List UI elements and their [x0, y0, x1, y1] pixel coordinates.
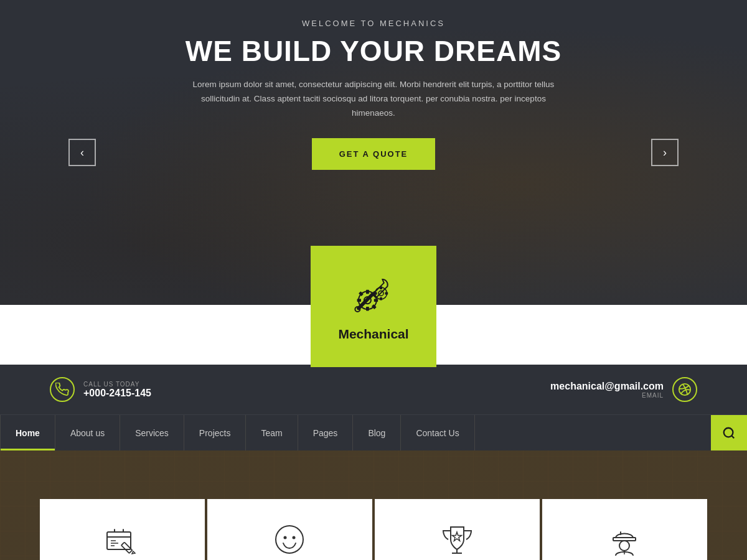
phone-icon-wrap	[50, 377, 75, 402]
staff-icon	[604, 520, 645, 560]
next-slide-button[interactable]: ›	[651, 139, 679, 166]
contact-bar: CALL US TODAY +000-2415-145 mechanical@g…	[0, 365, 747, 414]
search-icon	[722, 426, 736, 440]
chevron-left-icon: ‹	[80, 146, 84, 159]
call-label: CALL US TODAY	[83, 381, 151, 388]
stat-card-clients: 1600+ Happy Clients	[207, 499, 372, 560]
hero-description: Lorem ipsum dolor sit amet, consectetur …	[187, 78, 560, 121]
navbar: Home About us Services Projects Team Pag…	[0, 414, 747, 450]
chevron-right-icon: ›	[663, 146, 667, 159]
svg-rect-14	[380, 286, 382, 289]
stats-section: 2000+ Project Completed 1600+ Happy Clie…	[0, 450, 747, 560]
happy-client-icon	[270, 520, 310, 560]
nav-item-blog[interactable]: Blog	[353, 415, 401, 450]
nav-item-services[interactable]: Services	[120, 415, 184, 450]
nav-items: Home About us Services Projects Team Pag…	[0, 415, 711, 450]
email-icon	[678, 383, 692, 396]
svg-rect-4	[366, 289, 369, 293]
svg-point-30	[293, 536, 296, 539]
stat-icon-projects	[101, 518, 144, 560]
mechanical-icon	[349, 272, 398, 322]
svg-rect-5	[366, 307, 369, 310]
stat-icon-staff	[603, 518, 647, 560]
mechanical-card: Mechanical	[311, 246, 436, 367]
email-address: mechanical@gmail.com	[550, 381, 664, 391]
search-button[interactable]	[711, 415, 747, 450]
hero-content: WELCOME TO MECHANICS WE BUILD YOUR DREAM…	[173, 19, 574, 170]
svg-point-34	[619, 541, 629, 551]
svg-rect-6	[357, 299, 361, 302]
email-label: Email	[550, 392, 664, 399]
project-icon	[102, 520, 143, 560]
nav-item-home[interactable]: Home	[0, 415, 55, 450]
mechanical-label: Mechanical	[338, 327, 408, 342]
nav-item-team[interactable]: Team	[246, 415, 298, 450]
stat-icon-awards	[436, 518, 479, 560]
nav-item-contact[interactable]: Contact Us	[401, 415, 474, 450]
svg-rect-20	[107, 532, 131, 549]
hero-title: WE BUILD YOUR DREAMS	[186, 34, 561, 68]
phone-number: +000-2415-145	[83, 388, 151, 398]
email-icon-wrap	[672, 377, 697, 402]
get-quote-button[interactable]: GET A QUOTE	[312, 138, 436, 170]
stat-icon-clients	[268, 518, 312, 560]
svg-rect-7	[374, 299, 378, 302]
svg-rect-15	[380, 297, 382, 300]
nav-item-pages[interactable]: Pages	[298, 415, 354, 450]
stat-card-staff: 100+ Total staff	[542, 499, 707, 560]
contact-phone-info: CALL US TODAY +000-2415-145	[83, 381, 151, 399]
prev-slide-button[interactable]: ‹	[68, 139, 96, 166]
svg-rect-16	[374, 292, 377, 294]
hero-subtitle: WELCOME TO MECHANICS	[186, 19, 561, 28]
svg-point-19	[724, 427, 733, 437]
nav-item-about[interactable]: About us	[55, 415, 120, 450]
stat-card-projects: 2000+ Project Completed	[40, 499, 205, 560]
nav-item-projects[interactable]: Projects	[184, 415, 247, 450]
svg-rect-17	[385, 292, 388, 294]
award-icon	[437, 520, 477, 560]
stat-card-awards: 502+ AWARDS WON	[375, 499, 540, 560]
svg-point-29	[284, 536, 287, 539]
contact-email-info: mechanical@gmail.com Email	[550, 381, 664, 399]
contact-email-group: mechanical@gmail.com Email	[550, 377, 697, 402]
phone-icon	[55, 383, 69, 396]
svg-point-28	[276, 526, 303, 553]
hero-section: ‹ › WELCOME TO MECHANICS WE BUILD YOUR D…	[0, 0, 747, 305]
contact-phone-group: CALL US TODAY +000-2415-145	[50, 377, 151, 402]
